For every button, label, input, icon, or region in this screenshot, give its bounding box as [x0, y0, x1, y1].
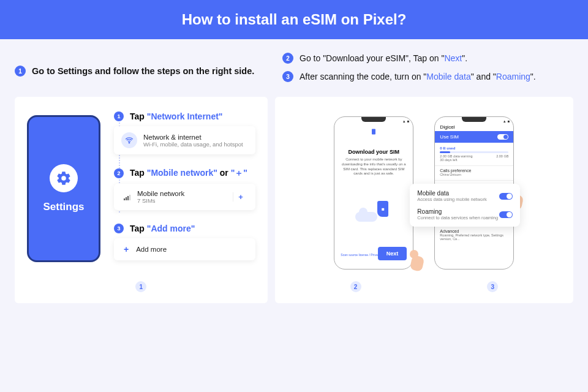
roaming-sub: Connect to data services when roaming	[417, 215, 498, 221]
mobile-data-sub: Access data using mobile network	[417, 197, 486, 202]
signal-icon	[124, 194, 130, 200]
footer-badge-2: 2	[350, 281, 361, 292]
card-mobile-network[interactable]: Mobile network 7 SIMs +	[114, 184, 255, 210]
plus-icon: +	[124, 244, 129, 254]
tap-badge-2: 2	[114, 168, 124, 178]
plus-icon[interactable]: +	[233, 192, 248, 202]
intro2-accent: Next	[444, 53, 462, 63]
mobile-data-row[interactable]: Mobile data Access data using mobile net…	[417, 190, 513, 202]
footer-badge-1: 1	[135, 281, 146, 292]
roaming-title: Roaming	[417, 208, 498, 215]
card-add-more[interactable]: + Add more	[114, 238, 255, 260]
calls-pref-row[interactable]: Calls preference China Unicom	[440, 168, 508, 176]
download-title: Download your SIM	[334, 149, 413, 155]
card2-title: Mobile network	[137, 190, 184, 197]
cloud-sim-graphic: ■	[355, 201, 392, 222]
phone-notch	[462, 117, 486, 122]
toggle-on-icon[interactable]	[497, 134, 508, 140]
carrier-label: Digicel	[435, 123, 513, 131]
intro3-suffix: ".	[530, 72, 536, 81]
panel-left-footer: 1	[27, 274, 255, 292]
sim-chip-icon: ■	[377, 201, 388, 217]
step-badge-3: 3	[282, 71, 293, 82]
panel-settings: Settings 1 Tap "Network Internet" Networ…	[15, 97, 268, 303]
use-sim-row[interactable]: Use SIM	[435, 131, 513, 143]
intro-right: 2 Go to "Download your eSIM", Tap on "Ne…	[282, 53, 573, 89]
calls-pref-title: Calls preference	[440, 168, 508, 173]
card2-sub: 7 SIMs	[137, 197, 184, 204]
sim-icon	[370, 128, 377, 135]
advanced-val: Roaming, Preferred network type, Setting…	[440, 233, 508, 241]
phone-notch	[361, 117, 386, 122]
tap-list: 1 Tap "Network Internet" Network & inter…	[114, 111, 255, 274]
card3-title: Add more	[136, 246, 167, 253]
intro3-prefix: After scanning the code, turn on "	[300, 72, 426, 81]
step-badge-1: 1	[15, 66, 26, 77]
tap2-or: or	[217, 168, 231, 178]
advanced-row[interactable]: Advanced Roaming, Preferred network type…	[440, 229, 508, 241]
data-bar	[440, 151, 508, 153]
intro-step-2: 2 Go to "Download your eSIM", Tap on "Ne…	[282, 53, 573, 64]
advanced-title: Advanced	[440, 229, 508, 233]
wifi-icon	[121, 132, 137, 148]
svg-point-0	[129, 142, 129, 143]
tap2-quoted: "Mobile network"	[147, 168, 217, 178]
tap-block-1: 1 Tap "Network Internet" Network & inter…	[114, 111, 255, 154]
toggle-overlay: Mobile data Access data using mobile net…	[410, 184, 520, 227]
toggle-on-icon[interactable]	[499, 193, 513, 200]
download-sub: Connect to your mobile network by downlo…	[334, 155, 413, 179]
tap-block-2: 2 Tap "Mobile network" or "＋" Mobile net…	[114, 168, 255, 210]
tap2-lead: Tap	[130, 168, 147, 178]
intro-steps: 1 Go to Settings and follow the steps on…	[0, 39, 588, 97]
mobile-data-title: Mobile data	[417, 190, 486, 197]
intro3-accent2: Roaming	[496, 72, 530, 81]
panel-right-footer: 2 3	[287, 274, 561, 292]
intro3-accent1: Mobile data	[426, 72, 470, 81]
step-badge-2: 2	[282, 53, 293, 64]
phone-settings-label: Settings	[43, 201, 84, 213]
intro-left: 1 Go to Settings and follow the steps on…	[15, 53, 268, 89]
phone-download-sim: ▲■ Download your SIM Connect to your mob…	[334, 116, 413, 270]
footer-badge-3: 3	[487, 281, 498, 292]
tap2-quoted2: "＋"	[231, 168, 247, 178]
card1-sub: Wi-Fi, mobile, data usage, and hotspot	[143, 141, 243, 148]
roaming-row[interactable]: Roaming Connect to data services when ro…	[417, 208, 513, 221]
data-limit: 2.00 GB	[496, 154, 508, 158]
card1-title: Network & internet	[143, 134, 243, 141]
svg-rect-1	[372, 129, 375, 135]
toggle-on-icon[interactable]	[499, 211, 513, 218]
intro-step-3: 3 After scanning the code, turn on "Mobi…	[282, 71, 573, 82]
tap3-lead: Tap	[130, 224, 147, 233]
data-used-label: 0 B used	[440, 146, 508, 150]
intro2-suffix: ".	[462, 53, 467, 63]
next-button[interactable]: Next	[378, 247, 407, 260]
use-sim-label: Use SIM	[440, 134, 459, 140]
tap1-lead: Tap	[130, 111, 147, 121]
intro3-mid: " and "	[471, 72, 496, 81]
card-network-internet[interactable]: Network & internet Wi-Fi, mobile, data u…	[114, 126, 255, 154]
calls-pref-val: China Unicom	[440, 173, 508, 176]
phone-settings-mock: Settings	[27, 115, 100, 262]
days-left: 30 days left	[440, 158, 508, 162]
intro-left-text: Go to Settings and follow the steps on t…	[32, 66, 254, 76]
tap-block-3: 3 Tap "Add more" + Add more	[114, 224, 255, 260]
tap3-quoted: "Add more"	[147, 224, 195, 233]
page-title: How to install an eSIM on Pixel?	[0, 0, 588, 39]
tap-badge-1: 1	[114, 111, 124, 121]
intro2-prefix: Go to "Download your eSIM", Tap on "	[300, 53, 444, 63]
panel-screens: ▲■ Download your SIM Connect to your mob…	[275, 97, 573, 303]
tap-badge-3: 3	[114, 224, 124, 233]
gear-icon	[50, 164, 78, 192]
tap1-quoted: "Network Internet"	[147, 111, 223, 121]
